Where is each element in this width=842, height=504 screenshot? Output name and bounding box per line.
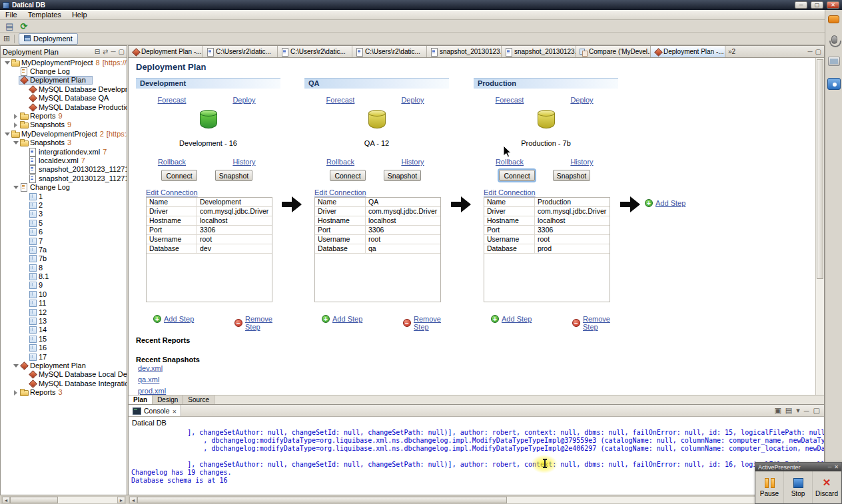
expander-icon[interactable]	[21, 336, 27, 342]
editor-tab[interactable]: Deployment Plan -...	[129, 46, 203, 57]
tree-item-body[interactable]: 7b	[27, 254, 53, 263]
expander-icon[interactable]	[21, 282, 27, 288]
open-console-dropdown-icon[interactable]: ▾	[796, 406, 800, 415]
expander-icon[interactable]	[12, 389, 19, 395]
tree-item-body[interactable]: 5	[27, 218, 49, 227]
scrollbar-thumb[interactable]	[817, 59, 823, 279]
menu-item[interactable]: Help	[67, 10, 93, 19]
remove-step[interactable]: Remove Step	[572, 315, 618, 331]
tree-item-body[interactable]: 17	[27, 352, 53, 361]
expander-icon[interactable]	[12, 77, 19, 83]
tree-item[interactable]: 15	[1, 334, 127, 343]
expander-icon[interactable]	[21, 220, 27, 226]
tree-item[interactable]: 8	[1, 263, 127, 272]
expander-icon[interactable]	[21, 238, 27, 244]
tree-item-body[interactable]: snapshot_20130123_112714.xml	[27, 174, 127, 182]
rollback-link[interactable]: Rollback	[474, 158, 546, 166]
editor-tab[interactable]: snapshot_20130123...	[427, 46, 502, 57]
tree-item[interactable]: 1	[1, 192, 127, 200]
tree-item-body[interactable]: MySQL Database QA	[27, 94, 115, 103]
tree-item[interactable]: 16	[1, 344, 127, 352]
expander-icon[interactable]	[12, 139, 19, 146]
tree-item-body[interactable]: 7a	[27, 245, 53, 254]
add-step[interactable]: Add Step	[153, 315, 194, 323]
snapshot-link[interactable]: prod.xml	[138, 387, 166, 395]
expander-icon[interactable]	[21, 354, 27, 360]
tree-item[interactable]: Deployment Plan	[1, 361, 127, 370]
tree-item[interactable]: MySQL Database QA	[1, 94, 127, 103]
history-link[interactable]: History	[208, 158, 280, 166]
open-perspective-icon[interactable]: ⊞	[3, 34, 10, 43]
tree-item[interactable]: Reports 9	[1, 111, 127, 120]
menu-item[interactable]: Templates	[23, 10, 67, 19]
view-tab[interactable]: Plan	[129, 395, 153, 404]
tree-item[interactable]: 11	[1, 299, 127, 308]
minimize-panel-icon[interactable]: ─	[804, 407, 809, 415]
edit-connection-link[interactable]: Edit Connection	[314, 188, 366, 196]
rollback-link[interactable]: Rollback	[304, 158, 376, 166]
tree-item-body[interactable]: 8	[27, 263, 49, 272]
add-step[interactable]: Add Step	[491, 315, 532, 323]
tree-item[interactable]: localdev.xml 7	[1, 156, 127, 164]
tree-item[interactable]: Deployment Plan	[1, 76, 127, 85]
tree-item-body[interactable]: 12	[27, 308, 53, 316]
expander-icon[interactable]	[21, 380, 27, 387]
tree-item[interactable]: Change Log	[1, 67, 127, 75]
expander-icon[interactable]	[12, 121, 19, 128]
expander-icon[interactable]	[21, 255, 27, 262]
remove-step-link[interactable]: Remove Step	[414, 315, 449, 331]
tree-item-body[interactable]: MyDevelopmentProject 2 [https://r2	[10, 129, 127, 138]
console-tab[interactable]: Console	[129, 405, 181, 416]
editor-tab[interactable]: C:\Users\r2\datic...	[278, 46, 352, 57]
remove-step[interactable]: Remove Step	[403, 315, 449, 331]
tree-item[interactable]: 7a	[1, 245, 127, 254]
tree-item-body[interactable]: 15	[27, 334, 53, 343]
tree-item-body[interactable]: localdev.xml 7	[27, 156, 89, 164]
expander-icon[interactable]	[12, 113, 19, 119]
history-link[interactable]: History	[546, 158, 618, 166]
tree-item-body[interactable]: 8.1	[27, 272, 55, 281]
expander-icon[interactable]	[12, 68, 19, 75]
snapshot-button[interactable]: Snapshot	[384, 170, 421, 181]
tree-item-body[interactable]: 10	[27, 290, 53, 298]
expander-icon[interactable]	[21, 264, 27, 271]
expander-icon[interactable]	[21, 309, 27, 316]
expander-icon[interactable]	[21, 175, 27, 182]
expander-icon[interactable]	[21, 371, 27, 378]
expander-icon[interactable]	[21, 246, 27, 253]
minimize-editor-icon[interactable]: ─	[807, 48, 812, 55]
expander-icon[interactable]	[21, 104, 27, 111]
tree-item-body[interactable]: Reports 3	[19, 388, 67, 397]
tree-item-body[interactable]: 14	[27, 326, 53, 334]
remove-step[interactable]: Remove Step	[234, 315, 280, 331]
expander-icon[interactable]	[21, 318, 27, 324]
add-step-link[interactable]: Add Step	[502, 315, 532, 323]
expander-icon[interactable]	[21, 326, 27, 333]
view-tab[interactable]: Design	[153, 395, 183, 404]
editor-tab[interactable]: snapshot_20130123...	[502, 46, 576, 57]
display-console-icon[interactable]: ▤	[785, 406, 792, 415]
remove-step-link[interactable]: Remove Step	[583, 315, 618, 331]
tree-item-body[interactable]: 7	[27, 236, 49, 245]
maximize-editor-icon[interactable]: ▢	[815, 48, 821, 55]
expander-icon[interactable]	[21, 344, 27, 351]
tree-item-body[interactable]: 16	[27, 344, 53, 352]
expander-icon[interactable]	[3, 59, 10, 66]
tree-item[interactable]: 17	[1, 352, 127, 361]
tree-item[interactable]: 7	[1, 236, 127, 245]
tree-item-body[interactable]: MySQL Database Integration D	[27, 379, 127, 387]
scrollbar-track[interactable]	[137, 497, 815, 503]
tree-item[interactable]: 5	[1, 218, 127, 227]
expander-icon[interactable]	[21, 95, 27, 101]
tree-item-body[interactable]: MySQL Database Local Dev	[27, 370, 127, 379]
snapshot-button[interactable]: Snapshot	[553, 170, 590, 181]
tree-item-body[interactable]: 9	[27, 281, 49, 290]
view-tab[interactable]: Source	[183, 395, 214, 404]
tree-item[interactable]: 6	[1, 227, 127, 236]
tree-item-body[interactable]: Deployment Plan	[19, 76, 93, 85]
forecast-link[interactable]: Forecast	[304, 96, 376, 104]
tree-item[interactable]: Reports 3	[1, 387, 127, 396]
webcam-icon[interactable]	[827, 78, 841, 90]
maximize-button[interactable]	[811, 1, 823, 9]
tree-item[interactable]: 3	[1, 210, 127, 218]
